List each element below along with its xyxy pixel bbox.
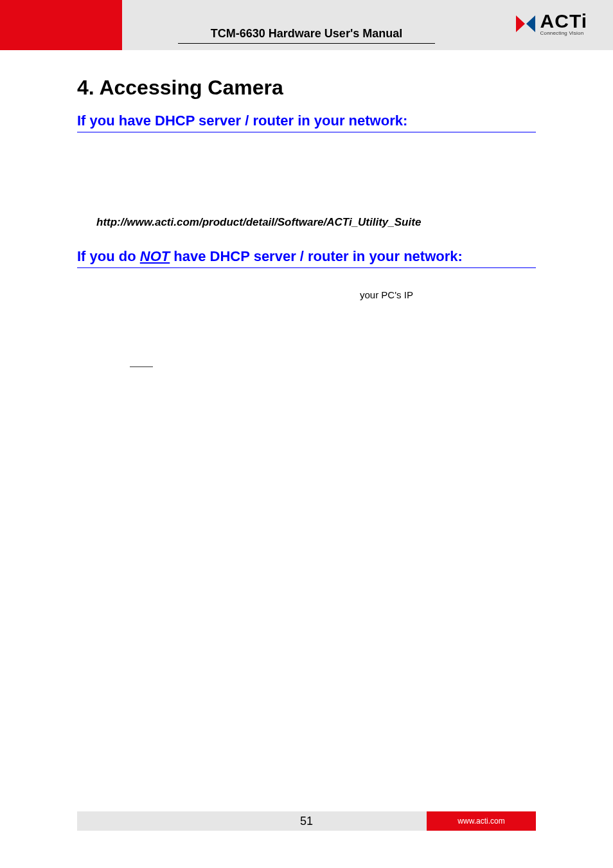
svg-marker-1: [526, 15, 535, 32]
pc-ip-label: your PC's IP: [360, 289, 413, 300]
section2-not: NOT: [140, 248, 170, 264]
section-title-no-dhcp: If you do NOT have DHCP server / router …: [77, 248, 536, 268]
logo-text: ACTi: [540, 12, 587, 31]
logo-tagline: Connecting Vision: [540, 31, 584, 36]
manual-title: TCM-6630 Hardware User's Manual: [178, 27, 435, 44]
chapter-title: 4. Accessing Camera: [77, 76, 536, 100]
page-content: 4. Accessing Camera If you have DHCP ser…: [0, 50, 613, 268]
section2-prefix: If you do: [77, 248, 140, 264]
svg-marker-0: [516, 15, 525, 32]
brand-red-block: [0, 0, 122, 50]
small-underline: [130, 366, 153, 367]
logo-text-wrap: ACTi Connecting Vision: [540, 12, 587, 36]
logo-mark-icon: [515, 14, 537, 33]
page-number: 51: [300, 815, 313, 828]
software-link[interactable]: http://www.acti.com/product/detail/Softw…: [96, 216, 536, 229]
page-header: TCM-6630 Hardware User's Manual ACTi Con…: [0, 0, 613, 50]
footer-site-url[interactable]: www.acti.com: [458, 817, 504, 826]
section-title-dhcp: If you have DHCP server / router in your…: [77, 113, 536, 132]
section2-suffix: have DHCP server / router in your networ…: [170, 248, 463, 264]
page-footer: 51 www.acti.com: [77, 811, 536, 831]
brand-logo: ACTi Connecting Vision: [515, 12, 587, 36]
footer-brand-strip: www.acti.com: [427, 811, 536, 831]
